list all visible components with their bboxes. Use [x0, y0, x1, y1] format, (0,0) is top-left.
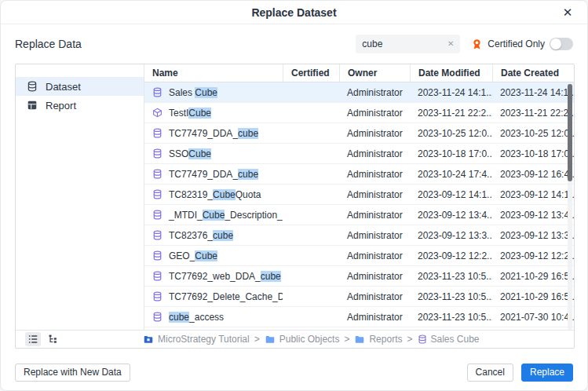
cell-date-modified: 2023-11-21 22:2... — [410, 108, 492, 119]
dataset-name: _MTDI_Cube_Description_... — [169, 210, 283, 221]
cell-owner: Administrator — [339, 169, 410, 180]
cell-name: TC77692_web_DDA_cube — [144, 271, 283, 282]
cell-date-created: 2023-10-18 17:0... — [492, 148, 574, 159]
cell-owner: Administrator — [339, 291, 410, 302]
database-icon — [27, 81, 38, 92]
dataset-name: TC77479_DDA_cube — [169, 128, 258, 139]
cell-date-created: 2021-07-30 10:4... — [492, 312, 574, 323]
replace-button[interactable]: Replace — [521, 364, 573, 382]
cell-date-modified: 2023-09-12 13:4... — [410, 210, 492, 221]
cell-date-modified: 2023-11-23 10:5... — [410, 271, 492, 282]
cell-owner: Administrator — [339, 87, 410, 98]
sidebar-item-label: Report — [46, 100, 76, 111]
database-icon — [152, 148, 163, 159]
breadcrumb-item[interactable]: Public Objects — [265, 334, 340, 345]
cell-name: GEO_Cube — [144, 250, 283, 261]
cell-name: TC77692_Delete_Cache_D... — [144, 291, 283, 302]
dataset-name: TC77692_web_DDA_cube — [169, 271, 281, 282]
results-table: Name Certified Owner Date Modified Date … — [144, 64, 574, 330]
certified-ribbon-icon — [471, 38, 483, 50]
cell-name: TestICube — [144, 108, 283, 119]
cell-owner: Administrator — [339, 312, 410, 323]
database-icon — [152, 128, 163, 138]
dialog-title: Replace Dataset — [251, 6, 336, 19]
cell-name: _MTDI_Cube_Description_... — [144, 210, 283, 221]
table-row[interactable]: TC77479_DDA_cube Administrator 2023-10-2… — [144, 164, 574, 185]
database-icon — [152, 189, 163, 199]
dataset-name: TC82319_CubeQuota — [169, 189, 261, 200]
table-row[interactable]: TestICube Administrator 2023-11-21 22:2.… — [144, 103, 574, 123]
clear-search-icon[interactable] — [447, 40, 454, 48]
close-icon[interactable] — [559, 4, 576, 21]
database-icon — [152, 87, 163, 97]
dataset-name: TestICube — [169, 108, 211, 119]
sidebar-item-dataset[interactable]: Dataset — [16, 77, 144, 96]
tree-view-button[interactable] — [46, 332, 61, 346]
cell-date-modified: 2023-11-24 14:1... — [410, 87, 492, 98]
dialog-actions: Replace with New Data Cancel Replace — [15, 363, 573, 382]
table-row[interactable]: TC82376_cube Administrator 2023-09-12 13… — [144, 225, 574, 246]
database-icon — [152, 230, 163, 240]
cell-date-modified: 2023-09-12 12:2... — [410, 250, 492, 261]
database-icon — [152, 271, 163, 281]
search-input[interactable] — [362, 38, 443, 49]
project-folder-icon — [143, 334, 154, 345]
cell-date-modified: 2023-11-23 10:5... — [410, 312, 492, 323]
scrollbar-thumb[interactable] — [568, 84, 572, 181]
replace-with-new-data-button[interactable]: Replace with New Data — [15, 364, 130, 382]
certified-only-toggle[interactable] — [550, 38, 573, 50]
breadcrumb-item[interactable]: Reports — [354, 334, 402, 345]
cell-date-created: 2023-09-12 12:2... — [492, 250, 574, 261]
column-header-date-modified[interactable]: Date Modified — [410, 64, 492, 82]
table-row[interactable]: GEO_Cube Administrator 2023-09-12 12:2..… — [144, 246, 574, 266]
database-icon — [152, 169, 163, 179]
cell-owner: Administrator — [339, 148, 410, 159]
search-box — [356, 35, 460, 53]
sidebar: Dataset Report — [16, 64, 144, 330]
breadcrumb-item[interactable]: Sales Cube — [418, 334, 480, 345]
dataset-name: cube_access — [169, 312, 224, 323]
table-body: Sales Cube Administrator 2023-11-24 14:1… — [144, 82, 574, 330]
report-icon — [27, 100, 38, 111]
cell-name: TC82376_cube — [144, 230, 283, 241]
sidebar-item-label: Dataset — [46, 81, 81, 93]
table-row[interactable]: TC82319_CubeQuota Administrator 2023-09-… — [144, 185, 574, 205]
table-row[interactable]: TC77692_web_DDA_cube Administrator 2023-… — [144, 266, 574, 287]
breadcrumb-separator: > — [344, 334, 349, 345]
table-header: Name Certified Owner Date Modified Date … — [144, 64, 574, 82]
column-header-certified[interactable]: Certified — [283, 64, 339, 82]
certified-only-label: Certified Only — [488, 38, 545, 49]
breadcrumb-separator: > — [407, 334, 412, 345]
cell-date-created: 2023-09-12 14:1... — [492, 189, 574, 200]
database-icon — [152, 312, 163, 322]
column-header-owner[interactable]: Owner — [339, 64, 410, 82]
table-row[interactable]: Sales Cube Administrator 2023-11-24 14:1… — [144, 82, 574, 103]
column-header-date-created[interactable]: Date Created — [492, 64, 574, 82]
database-icon — [152, 291, 163, 301]
column-header-name[interactable]: Name — [144, 64, 283, 82]
table-row[interactable]: TC77692_Delete_Cache_D... Administrator … — [144, 287, 574, 307]
cell-name: TC77479_DDA_cube — [144, 169, 283, 180]
cell-owner: Administrator — [339, 230, 410, 241]
breadcrumb-separator: > — [254, 334, 260, 345]
list-view-button[interactable] — [25, 332, 41, 346]
table-row[interactable]: TC77479_DDA_cube Administrator 2023-10-2… — [144, 123, 574, 144]
panel-footer: MicroStrategy Tutorial>Public Objects>Re… — [16, 330, 574, 348]
cell-date-created: 2023-09-12 13:3... — [492, 230, 574, 241]
breadcrumb-label: Public Objects — [279, 334, 340, 345]
cell-name: TC77479_DDA_cube — [144, 128, 283, 139]
cube-icon — [152, 108, 163, 118]
breadcrumb-label: Sales Cube — [431, 334, 480, 345]
table-row[interactable]: cube_access Administrator 2023-11-23 10:… — [144, 307, 574, 327]
cell-name: TC82319_CubeQuota — [144, 189, 283, 200]
cancel-button[interactable]: Cancel — [467, 364, 513, 382]
browser-panel: Dataset Report Name Certified O — [15, 64, 575, 349]
database-icon — [152, 250, 163, 261]
replace-dataset-dialog: Replace Dataset Replace Data Certified O… — [0, 0, 588, 391]
table-row[interactable]: SSOCube Administrator 2023-10-18 17:0...… — [144, 144, 574, 164]
folder-icon — [265, 334, 276, 345]
table-row[interactable]: _MTDI_Cube_Description_... Administrator… — [144, 205, 574, 225]
cell-owner: Administrator — [339, 128, 410, 139]
sidebar-item-report[interactable]: Report — [16, 96, 144, 115]
breadcrumb-item[interactable]: MicroStrategy Tutorial — [143, 334, 250, 345]
